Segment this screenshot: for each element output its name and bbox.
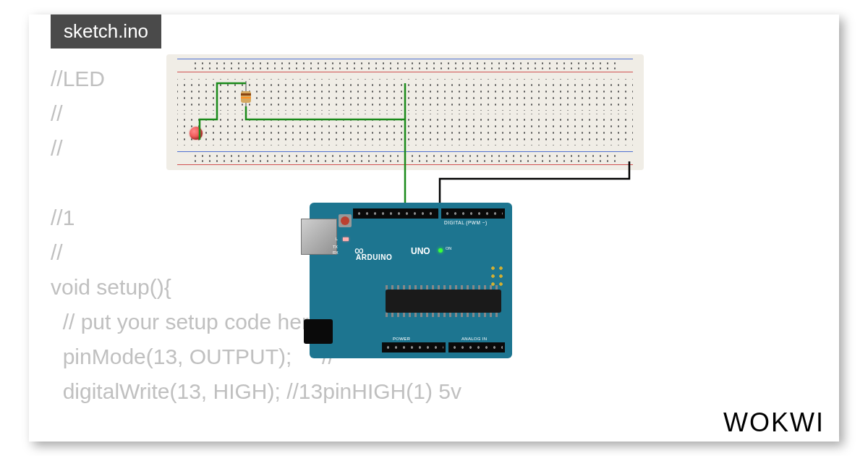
label-rx: RX xyxy=(333,250,339,255)
label-digital: DIGITAL (PWM ~) xyxy=(444,220,488,225)
code-line: void setup(){ xyxy=(51,275,171,299)
usb-port-icon xyxy=(301,219,337,255)
file-tab[interactable]: sketch.ino xyxy=(51,14,161,48)
atmega-chip-icon xyxy=(386,290,501,313)
header-power[interactable] xyxy=(382,342,446,352)
wokwi-logo-text: WOKWI xyxy=(723,408,825,437)
header-analog[interactable] xyxy=(448,342,505,352)
arduino-brand: ARDUINO xyxy=(356,253,392,261)
file-tab-label: sketch.ino xyxy=(64,20,148,42)
code-line: // xyxy=(51,101,63,125)
simulation-canvas[interactable]: DIGITAL (PWM ~) POWER ANALOG IN L TX RX … xyxy=(166,54,644,373)
header-digital-low[interactable] xyxy=(441,208,505,219)
code-line: digitalWrite(13, HIGH); //13pinHIGH(1) 5… xyxy=(51,379,461,403)
label-analog: ANALOG IN xyxy=(461,337,487,341)
arduino-uno-board[interactable]: DIGITAL (PWM ~) POWER ANALOG IN L TX RX … xyxy=(310,203,512,358)
reset-button[interactable] xyxy=(339,214,352,227)
code-line: // xyxy=(51,240,63,264)
wokwi-logo: WOKWI xyxy=(723,408,825,438)
arduino-model: UNO xyxy=(411,246,430,256)
label-l: L xyxy=(336,237,338,241)
power-jack-icon xyxy=(304,319,333,344)
label-on: ON xyxy=(446,246,451,250)
led-l-indicator xyxy=(343,237,349,241)
label-tx: TX xyxy=(333,245,338,249)
code-line: // xyxy=(51,136,63,160)
led-on-indicator xyxy=(438,248,443,253)
code-line: //LED xyxy=(51,67,105,90)
icsp-header-icon xyxy=(489,264,505,289)
header-digital-high[interactable] xyxy=(353,208,438,219)
code-line: //1 xyxy=(51,206,75,229)
label-power: POWER xyxy=(393,337,410,341)
